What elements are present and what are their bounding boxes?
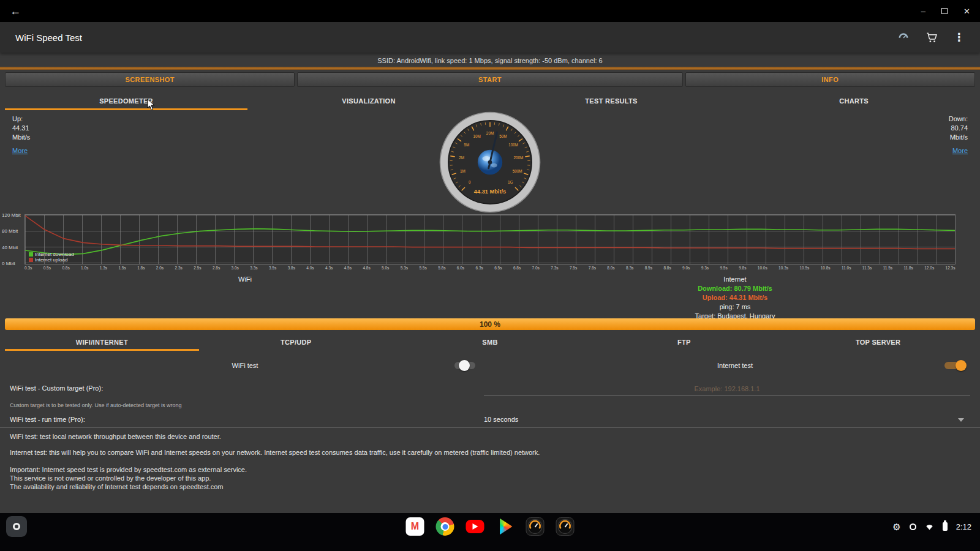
upload-result: Upload: 44.31 Mbit/s xyxy=(490,293,980,302)
gauge-scale-label: 1M xyxy=(460,169,466,173)
wifi-result-title: WiFi xyxy=(0,275,490,284)
settings-tab-bar: WIFI/INTERNET TCP/UDP SMB FTP TOP SERVER xyxy=(5,334,975,351)
window-titlebar: ← – ✕ xyxy=(0,0,980,22)
x-axis-tick: 2.8s xyxy=(213,266,220,270)
custom-target-row: WiFi test - Custom target (Pro): xyxy=(0,380,980,398)
gmail-letter: M xyxy=(411,521,419,532)
internet-result-column: Internet Download: 80.79 Mbit/s Upload: … xyxy=(490,275,980,318)
chart-series-line xyxy=(25,229,955,255)
wifi-test-label: WiFi test xyxy=(232,362,258,369)
speed-meter-icon[interactable] xyxy=(897,31,910,43)
gauge-scale-label: 1G xyxy=(508,180,513,184)
launcher-icon xyxy=(13,523,20,530)
minimize-icon[interactable]: – xyxy=(921,7,925,16)
wifi-test-row: WiFi test xyxy=(0,356,490,375)
chrome-icon[interactable] xyxy=(436,517,454,536)
custom-target-label: WiFi test - Custom target (Pro): xyxy=(10,384,103,392)
down-value: 80.74 xyxy=(949,124,968,133)
chart-y-axis: 120 Mbit80 Mbit40 Mbit0 Mbit xyxy=(2,212,23,266)
x-axis-tick: 9.0s xyxy=(682,266,690,270)
launcher-button[interactable] xyxy=(6,516,27,537)
x-axis-tick: 10.0s xyxy=(758,266,767,270)
youtube-icon[interactable] xyxy=(466,520,484,533)
x-axis-tick: 3.8s xyxy=(288,266,295,270)
x-axis-tick: 10.5s xyxy=(799,266,809,270)
results-section: WiFi Internet Download: 80.79 Mbit/s Upl… xyxy=(0,275,980,318)
x-axis-tick: 3.0s xyxy=(232,266,239,270)
clock: 2:12 xyxy=(956,522,971,531)
x-axis-tick: 6.0s xyxy=(457,266,464,270)
overflow-menu-icon[interactable]: ⋮ xyxy=(954,31,965,44)
important-note-line2: This service is not owned or controlled … xyxy=(10,474,211,482)
tab-visualization[interactable]: VISUALIZATION xyxy=(247,91,490,110)
screen: ← – ✕ WiFi Speed Test ⋮ SSID: AndroidWif… xyxy=(0,0,980,551)
tab-ftp[interactable]: FTP xyxy=(587,334,781,351)
down-more-link[interactable]: More xyxy=(949,146,968,156)
wifi-test-toggle[interactable] xyxy=(454,362,475,369)
y-axis-tick: 0 Mbit xyxy=(2,261,23,266)
pinned-apps: M xyxy=(406,517,575,536)
up-value: 44.31 xyxy=(12,124,30,133)
tab-smb[interactable]: SMB xyxy=(393,334,587,351)
wifi-speed-test-app-icon[interactable] xyxy=(526,517,545,536)
gauge-scale-label: 10M xyxy=(473,134,481,138)
internet-test-toggle[interactable] xyxy=(944,362,965,369)
tab-charts[interactable]: CHARTS xyxy=(733,91,975,110)
tab-test-results[interactable]: TEST RESULTS xyxy=(490,91,733,110)
chart-x-axis: 0.3s0.5s0.8s1.0s1.3s1.5s1.8s2.0s2.3s2.5s… xyxy=(24,266,956,270)
google-play-icon[interactable] xyxy=(496,517,514,536)
legend-item: Internet upload xyxy=(29,257,74,263)
maximize-icon[interactable] xyxy=(941,8,948,14)
x-axis-tick: 4.0s xyxy=(306,266,314,270)
x-axis-tick: 2.5s xyxy=(194,266,201,270)
x-axis-tick: 6.5s xyxy=(494,266,502,270)
x-axis-tick: 8.5s xyxy=(645,266,652,270)
tab-top-server[interactable]: TOP SERVER xyxy=(781,334,975,351)
divider-bar xyxy=(0,67,980,70)
x-axis-tick: 5.5s xyxy=(419,266,426,270)
gauge-scale-label: 100M xyxy=(508,143,518,147)
cart-icon[interactable] xyxy=(925,31,938,43)
gauge-scale-label: 0 xyxy=(469,180,471,184)
gauge-scale-label: 5M xyxy=(464,143,470,147)
wifi-speed-test-app-icon-2[interactable] xyxy=(556,517,575,536)
x-axis-tick: 6.8s xyxy=(513,266,521,270)
runtime-spinner[interactable]: 10 seconds xyxy=(484,416,518,423)
y-axis-tick: 40 Mbit xyxy=(2,245,23,250)
x-axis-tick: 6.3s xyxy=(476,266,483,270)
gauge-value-text: 44.31 Mbit/s xyxy=(474,189,506,195)
tab-wifi-internet[interactable]: WIFI/INTERNET xyxy=(5,334,199,351)
x-axis-tick: 8.3s xyxy=(626,266,633,270)
x-axis-tick: 10.3s xyxy=(778,266,788,270)
screenshot-button[interactable]: SCREENSHOT xyxy=(5,72,295,87)
x-axis-tick: 9.8s xyxy=(739,266,746,270)
x-axis-tick: 0.3s xyxy=(24,266,32,270)
x-axis-tick: 11.0s xyxy=(842,266,851,270)
status-tray[interactable]: ⚙ 2:12 xyxy=(892,513,971,540)
x-axis-tick: 12.0s xyxy=(924,266,934,270)
start-button[interactable]: START xyxy=(297,72,682,87)
x-axis-tick: 9.5s xyxy=(720,266,727,270)
x-axis-tick: 5.0s xyxy=(382,266,389,270)
chart-plot-area: Internet downloadInternet upload xyxy=(24,214,956,264)
tab-speedometer[interactable]: SPEEDOMETER xyxy=(5,91,247,110)
x-axis-tick: 8.0s xyxy=(607,266,614,270)
custom-target-input[interactable] xyxy=(484,381,970,396)
gauge-scale-label: 500M xyxy=(513,169,522,173)
up-more-link[interactable]: More xyxy=(12,146,30,156)
back-icon[interactable]: ← xyxy=(10,5,21,18)
x-axis-tick: 11.5s xyxy=(883,266,892,270)
important-note-line3: The availability and reliability of Inte… xyxy=(10,483,224,490)
test-progress-bar: 100 % xyxy=(5,318,975,330)
legend-swatch xyxy=(29,258,33,262)
gmail-icon[interactable]: M xyxy=(406,517,424,536)
internet-test-description: Internet test: this will help you to com… xyxy=(10,449,540,456)
x-axis-tick: 4.3s xyxy=(325,266,333,270)
info-button[interactable]: INFO xyxy=(685,72,975,87)
download-stat-panel: Down: 80.74 Mbit/s More xyxy=(949,114,968,156)
tab-tcp-udp[interactable]: TCP/UDP xyxy=(199,334,393,351)
close-icon[interactable]: ✕ xyxy=(963,7,970,16)
x-axis-tick: 7.8s xyxy=(589,266,596,270)
x-axis-tick: 2.0s xyxy=(156,266,164,270)
chrome-ring xyxy=(441,522,450,531)
